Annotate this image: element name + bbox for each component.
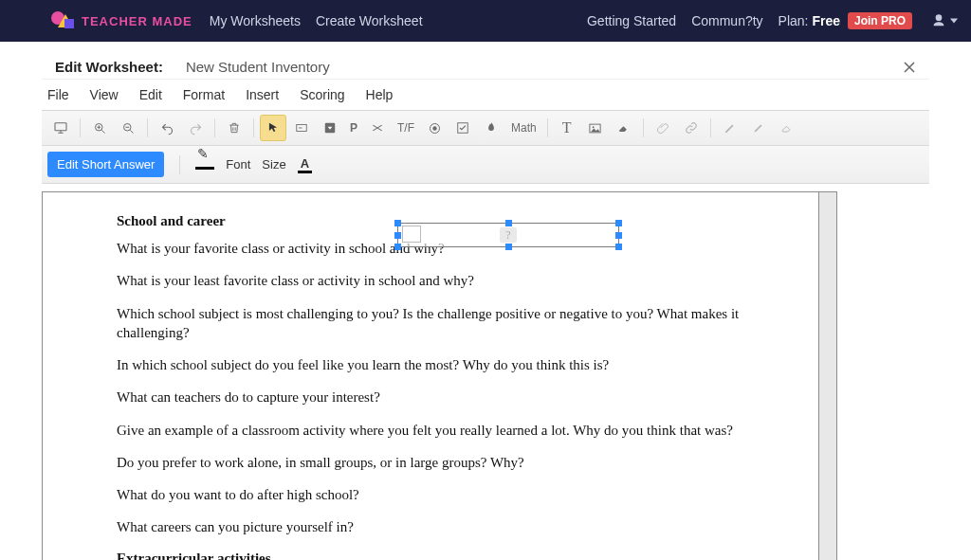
join-pro-button[interactable]: Join PRO <box>848 12 912 29</box>
menu-file[interactable]: File <box>47 87 69 102</box>
menu-edit[interactable]: Edit <box>139 87 162 102</box>
dropdown-tool[interactable] <box>317 115 343 141</box>
question-6: Give an example of a classroom activity … <box>117 421 761 440</box>
paragraph-tool[interactable]: P <box>345 115 362 141</box>
worksheet-page[interactable]: School and career What is your favorite … <box>42 191 819 560</box>
resize-handle[interactable] <box>394 232 401 239</box>
nav-community[interactable]: Commun?ty <box>691 13 762 28</box>
pen-swatch-icon <box>195 159 214 170</box>
shuffle-icon <box>371 121 384 135</box>
present-button[interactable] <box>47 115 74 141</box>
pencil-icon <box>724 121 737 135</box>
text-box-icon <box>295 121 308 135</box>
matching-tool[interactable] <box>364 115 391 141</box>
text-tool[interactable]: T <box>554 115 580 141</box>
font-button[interactable]: Font <box>226 157 250 172</box>
menu-scoring[interactable]: Scoring <box>300 87 344 102</box>
eraser-tool[interactable] <box>774 115 800 141</box>
math-tool[interactable]: Math <box>506 115 541 141</box>
cursor-icon <box>266 121 280 135</box>
question-3: Which school subject is most challenging… <box>117 304 761 343</box>
close-button[interactable] <box>903 61 916 74</box>
resize-handle[interactable] <box>615 220 622 226</box>
size-button[interactable]: Size <box>262 157 285 172</box>
font-color-button[interactable] <box>195 159 214 170</box>
short-answer-tool[interactable] <box>288 115 315 141</box>
top-nav: TEACHER MADE My Worksheets Create Worksh… <box>0 0 971 42</box>
resize-handle[interactable] <box>394 244 401 250</box>
underline-a-icon: A <box>298 156 312 173</box>
plan-name: Free <box>812 13 840 28</box>
page-scrollbar[interactable] <box>819 191 837 560</box>
redo-icon <box>189 121 203 135</box>
resize-handle[interactable] <box>615 244 622 250</box>
true-false-tool[interactable]: T/F <box>393 115 419 141</box>
attachment-tool[interactable] <box>650 115 676 141</box>
checkbox-tool[interactable] <box>449 115 476 141</box>
worksheet-title-bar: Edit Worksheet: New Student Inventory <box>42 51 929 80</box>
answer-field-handle-icon <box>402 226 421 243</box>
image-icon <box>588 121 602 135</box>
radio-icon <box>428 121 442 135</box>
resize-handle[interactable] <box>615 232 622 239</box>
nav-create-worksheet[interactable]: Create Worksheet <box>316 13 423 28</box>
checkbox-icon <box>456 121 469 135</box>
paperclip-icon <box>656 121 669 135</box>
worksheet-name: New Student Inventory <box>186 59 330 75</box>
highlighter-tool[interactable] <box>745 115 772 141</box>
section-heading-2: Extracurricular activities <box>117 551 761 561</box>
link-tool[interactable] <box>678 115 705 141</box>
plan-prefix: Plan: <box>779 13 813 28</box>
hotspot-tool[interactable] <box>478 115 504 141</box>
nav-my-worksheets[interactable]: My Worksheets <box>210 13 301 28</box>
pointer-tool[interactable] <box>260 115 286 141</box>
delete-button[interactable] <box>221 115 247 141</box>
logo-icon <box>51 11 76 30</box>
eraser-icon <box>780 121 794 135</box>
user-icon <box>931 13 946 28</box>
eraser-solid-icon <box>617 121 631 135</box>
link-icon <box>685 121 698 135</box>
selected-answer-field[interactable]: ? <box>397 223 619 247</box>
resize-handle[interactable] <box>505 244 512 250</box>
text-style-button[interactable]: A <box>298 156 312 173</box>
whiteout-tool[interactable] <box>611 115 637 141</box>
menu-bar: File View Edit Format Insert Scoring Hel… <box>42 80 929 110</box>
menu-format[interactable]: Format <box>183 87 225 102</box>
menu-insert[interactable]: Insert <box>246 87 279 102</box>
question-4: In which school subject do you feel like… <box>117 355 761 374</box>
edit-short-answer-button[interactable]: Edit Short Answer <box>47 152 164 177</box>
zoom-in-button[interactable] <box>86 115 113 141</box>
zoom-out-button[interactable] <box>115 115 141 141</box>
workspace: School and career What is your favorite … <box>42 191 929 560</box>
flame-icon <box>485 121 498 135</box>
toolbar-context: Edit Short Answer Font Size A <box>42 146 929 184</box>
answer-field-placeholder-icon: ? <box>500 227 517 243</box>
nav-getting-started[interactable]: Getting Started <box>587 13 676 28</box>
menu-help[interactable]: Help <box>366 87 394 102</box>
pencil-tool[interactable] <box>717 115 743 141</box>
zoom-out-icon <box>121 121 136 135</box>
menu-view[interactable]: View <box>90 87 119 102</box>
chevron-down-icon <box>950 17 958 25</box>
resize-handle[interactable] <box>394 220 401 226</box>
monitor-icon <box>53 120 68 135</box>
plan-label: Plan: Free <box>779 13 840 28</box>
brand-name: TEACHER MADE <box>82 14 192 28</box>
redo-button[interactable] <box>182 115 209 141</box>
multiple-choice-tool[interactable] <box>421 115 448 141</box>
resize-handle[interactable] <box>505 220 512 226</box>
question-2: What is your least favorite class or act… <box>117 271 761 290</box>
undo-icon <box>160 121 174 135</box>
svg-rect-0 <box>55 123 66 131</box>
highlighter-icon <box>752 121 765 135</box>
brand-logo[interactable]: TEACHER MADE <box>51 11 192 30</box>
image-tool[interactable] <box>582 115 609 141</box>
question-5: What can teachers do to capture your int… <box>117 388 761 406</box>
title-label: Edit Worksheet: <box>55 59 163 75</box>
svg-point-9 <box>593 126 595 128</box>
undo-button[interactable] <box>154 115 180 141</box>
question-9: What careers can you picture yourself in… <box>117 517 761 536</box>
user-menu[interactable] <box>931 13 958 28</box>
question-8: What do you want to do after high school… <box>117 485 761 504</box>
